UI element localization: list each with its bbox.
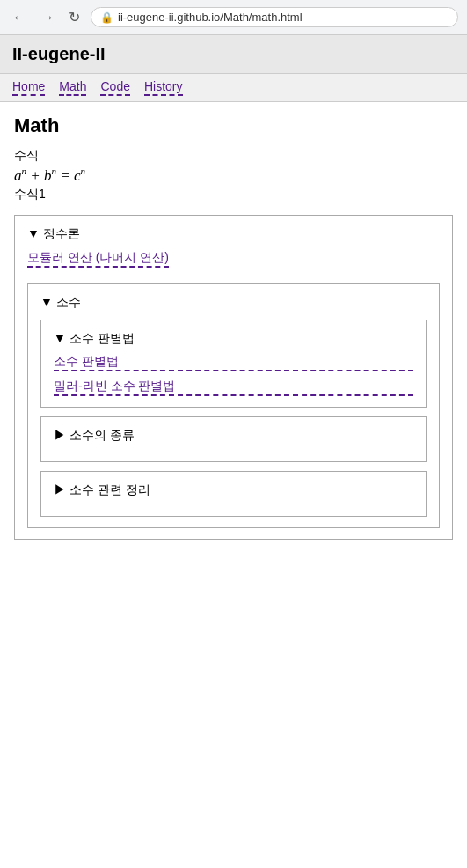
nav-home[interactable]: Home [12, 79, 45, 96]
inner-box-panbylbeob: ▼ 소수 판별법 소수 판별법 밀러-라빈 소수 판별법 [40, 320, 427, 408]
inner-triangle-icon: ▼ [54, 331, 66, 345]
mid-triangle-icon: ▼ [40, 295, 53, 309]
collapsed-triangle-icon-1: ▶ [54, 428, 66, 442]
collapsed-box-jonglyu: ▶ 소수의 종류 [40, 416, 427, 462]
formula-display: an + bn = cn [14, 166, 453, 185]
collapsed-jonglyu-header[interactable]: ▶ 소수의 종류 [54, 428, 413, 444]
formula-label: 수식 [14, 148, 453, 164]
address-bar[interactable]: 🔒 ii-eugene-ii.github.io/Math/math.html [91, 7, 458, 27]
main-content: Math 수식 an + bn = cn 수식1 ▼ 정수론 모듈러 연산 (나… [0, 102, 467, 561]
url-text: ii-eugene-ii.github.io/Math/math.html [118, 11, 303, 24]
site-header: II-eugene-II [0, 35, 467, 74]
formula-label2: 수식1 [14, 187, 453, 202]
mid-box-header[interactable]: ▼ 소수 [40, 295, 427, 311]
collapsed-box-jeongri: ▶ 소수 관련 정리 [40, 471, 427, 517]
prime-test-link[interactable]: 소수 판별법 [54, 354, 413, 371]
nav-history[interactable]: History [144, 79, 183, 96]
nav-code[interactable]: Code [100, 79, 129, 96]
inner-box-title: 소수 판별법 [69, 331, 135, 345]
mid-box-title: 소수 [56, 295, 81, 309]
mid-box-sosu: ▼ 소수 ▼ 소수 판별법 소수 판별법 밀러-라빈 소수 판별법 ▶ 소수의 … [27, 283, 440, 528]
lock-icon: 🔒 [100, 11, 113, 24]
collapsed-jonglyu-title: 소수의 종류 [69, 428, 135, 442]
inner-box-header[interactable]: ▼ 소수 판별법 [54, 331, 413, 347]
miller-rabin-link[interactable]: 밀러-라빈 소수 판별법 [54, 379, 413, 396]
outer-box-title: 정수론 [43, 226, 80, 240]
site-nav: Home Math Code History [0, 74, 467, 102]
reload-button[interactable]: ↻ [65, 7, 84, 27]
collapsed-triangle-icon-2: ▶ [54, 482, 66, 497]
modular-link[interactable]: 모듈러 연산 (나머지 연산) [27, 250, 169, 268]
collapsed-jeongri-title: 소수 관련 정리 [69, 482, 150, 497]
browser-chrome: ← → ↻ 🔒 ii-eugene-ii.github.io/Math/math… [0, 0, 467, 35]
collapsed-jeongri-header[interactable]: ▶ 소수 관련 정리 [54, 482, 413, 498]
site-title: II-eugene-II [12, 44, 106, 63]
outer-triangle-icon: ▼ [27, 226, 40, 240]
nav-math[interactable]: Math [59, 79, 86, 96]
back-button[interactable]: ← [9, 8, 30, 27]
outer-box-jeongsunron: ▼ 정수론 모듈러 연산 (나머지 연산) ▼ 소수 ▼ 소수 판별법 소수 판… [14, 215, 453, 540]
page-title: Math [14, 114, 453, 137]
outer-box-header[interactable]: ▼ 정수론 [27, 226, 440, 242]
forward-button[interactable]: → [37, 8, 58, 27]
